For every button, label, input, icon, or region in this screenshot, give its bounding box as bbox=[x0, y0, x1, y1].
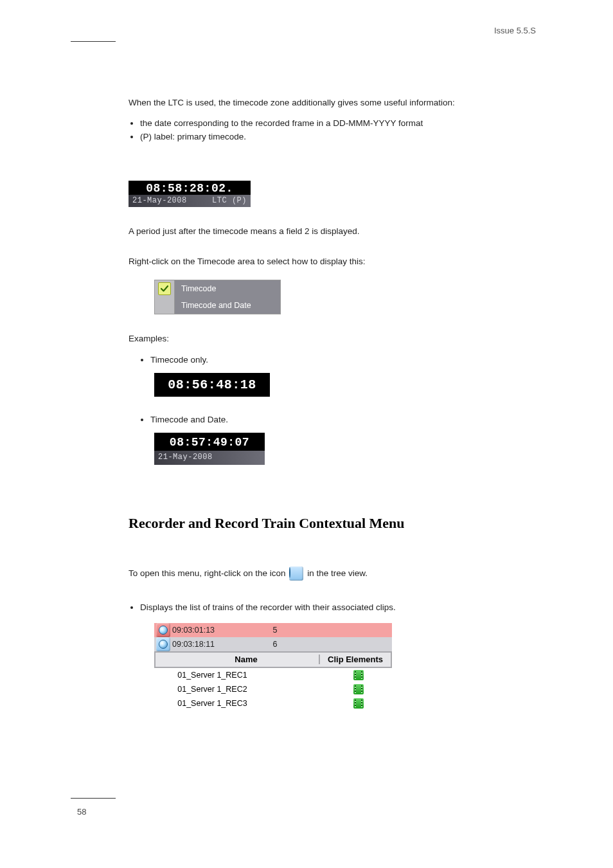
intro-paragraph: When the LTC is used, the timecode zone … bbox=[129, 96, 540, 109]
recorder-icon bbox=[289, 566, 303, 581]
timecode-date: 21-May-2008 bbox=[158, 452, 213, 463]
recorder-icon bbox=[156, 623, 170, 637]
bullet-text: (P) label: primary timecode. bbox=[140, 132, 246, 141]
menu-item-timecode-and-date[interactable]: Timecode and Date bbox=[155, 297, 280, 314]
clip-row[interactable]: 01_Server 1_REC1 bbox=[154, 668, 392, 682]
train-index: 5 bbox=[262, 626, 288, 635]
train-index: 6 bbox=[262, 640, 288, 649]
menu-item-label: Timecode and Date bbox=[175, 297, 280, 314]
page-number: 58 bbox=[77, 807, 86, 817]
menu-item-label: Timecode bbox=[175, 280, 280, 297]
page-header-right: Issue 5.5.S bbox=[494, 26, 536, 35]
timecode-date: 21-May-2008 bbox=[132, 196, 187, 205]
record-train-row[interactable]: 09:03:01:13 5 bbox=[154, 623, 392, 637]
train-timecode: 09:03:18:11 bbox=[172, 640, 262, 649]
examples-heading: Examples: bbox=[129, 332, 540, 345]
record-train-row[interactable]: 09:03:18:11 6 bbox=[154, 637, 392, 651]
bullet-text: the date corresponding to the recorded f… bbox=[140, 118, 423, 128]
timecode-only-display: 08:56:48:18 bbox=[154, 373, 270, 397]
rightclick-note: Right-click on the Timecode area to sele… bbox=[129, 255, 540, 268]
header-rule bbox=[71, 41, 116, 42]
intro-bullets: the date corresponding to the recorded f… bbox=[140, 117, 540, 143]
train-timecode: 09:03:01:13 bbox=[172, 626, 262, 635]
check-icon bbox=[158, 282, 171, 295]
clip-table-header: Name Clip Elements bbox=[154, 651, 392, 668]
timecode-value: 08:58:28:02. bbox=[129, 181, 251, 195]
column-header-name: Name bbox=[173, 655, 319, 664]
record-list-description: Displays the list of trains of the recor… bbox=[140, 602, 396, 612]
clip-row[interactable]: 01_Server 1_REC2 bbox=[154, 682, 392, 696]
clip-name: 01_Server 1_REC2 bbox=[177, 685, 324, 694]
timecode-value: 08:57:49:07 bbox=[154, 433, 265, 451]
menu-item-timecode[interactable]: Timecode bbox=[155, 280, 280, 297]
period-note: A period just after the timecode means a… bbox=[129, 225, 540, 238]
film-clip-icon bbox=[353, 684, 364, 694]
timecode-widget-full: 08:58:28:02. 21-May-2008 LTC (P) bbox=[129, 181, 251, 207]
example-timecode-date-label: Timecode and Date. bbox=[150, 415, 228, 424]
recorder-open-instruction: To open this menu, right-click on the ic… bbox=[129, 566, 540, 581]
film-clip-icon bbox=[353, 670, 364, 680]
section-heading-recorder: Recorder and Record Train Contextual Men… bbox=[129, 515, 540, 532]
recorder-icon bbox=[156, 637, 170, 651]
clip-name: 01_Server 1_REC1 bbox=[177, 671, 324, 680]
clip-name: 01_Server 1_REC3 bbox=[177, 699, 324, 708]
column-header-clip-elements: Clip Elements bbox=[319, 655, 391, 664]
footer-rule bbox=[71, 798, 116, 799]
timecode-display-context-menu: Timecode Timecode and Date bbox=[154, 280, 281, 314]
film-clip-icon bbox=[353, 698, 364, 709]
timecode-and-date-display: 08:57:49:07 21-May-2008 bbox=[154, 433, 265, 465]
clip-row[interactable]: 01_Server 1_REC3 bbox=[154, 696, 392, 710]
timecode-marker: LTC (P) bbox=[212, 196, 247, 205]
example-timecode-label: Timecode only. bbox=[150, 355, 208, 365]
